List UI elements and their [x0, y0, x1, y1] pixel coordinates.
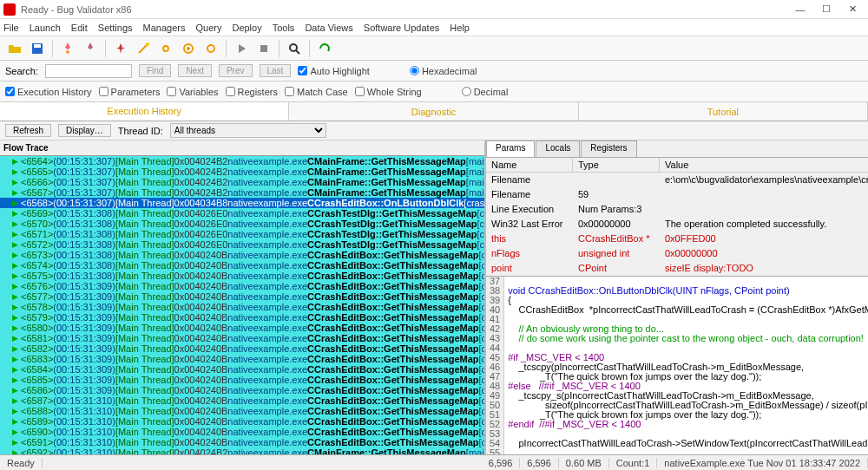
- last-button[interactable]: Last: [260, 64, 292, 77]
- param-row[interactable]: Filenamee:\om\c\bugvalidator\examples\na…: [486, 173, 868, 187]
- vars-check[interactable]: Variables: [167, 87, 218, 97]
- trace-row[interactable]: ▶<6569> (00:15:31:308) [Main Thread] 0x0…: [0, 208, 484, 219]
- col-name[interactable]: Name: [486, 158, 573, 172]
- trace-row[interactable]: ▶<6579> (00:15:31:309) [Main Thread] 0x0…: [0, 312, 484, 323]
- svg-rect-7: [260, 45, 267, 52]
- whole-string-check[interactable]: Whole String: [355, 87, 422, 97]
- param-row[interactable]: Filename59: [486, 187, 868, 202]
- menu-launch[interactable]: Launch: [30, 23, 61, 33]
- menu-edit[interactable]: Edit: [71, 23, 88, 33]
- trace-row[interactable]: ▶<6587> (00:15:31:310) [Main Thread] 0x0…: [0, 395, 484, 406]
- trace-row[interactable]: ▶<6572> (00:15:31:308) [Main Thread] 0x0…: [0, 239, 484, 250]
- pin-icon[interactable]: [111, 39, 130, 58]
- next-button[interactable]: Next: [178, 64, 212, 77]
- trace-row[interactable]: ▶<6567> (00:15:31:307) [Main Thread] 0x0…: [0, 187, 484, 198]
- trace-row[interactable]: ▶<6573> (00:15:31:308) [Main Thread] 0x0…: [0, 250, 484, 260]
- trace-row[interactable]: ▶<6583> (00:15:31:309) [Main Thread] 0x0…: [0, 354, 484, 364]
- param-row[interactable]: nFlagsunsigned int0x00000000: [486, 246, 868, 261]
- trace-row[interactable]: ▶<6571> (00:15:31:308) [Main Thread] 0x0…: [0, 229, 484, 239]
- trace-row[interactable]: ▶<6580> (00:15:31:309) [Main Thread] 0x0…: [0, 323, 484, 333]
- trace-row[interactable]: ▶<6564> (00:15:31:307) [Main Thread] 0x0…: [0, 156, 484, 166]
- match-case-check[interactable]: Match Case: [285, 87, 348, 97]
- search-input[interactable]: [45, 64, 132, 78]
- target-icon[interactable]: [179, 39, 198, 58]
- refresh-button[interactable]: Refresh: [5, 124, 51, 137]
- trace-row[interactable]: ▶<6570> (00:15:31:308) [Main Thread] 0x0…: [0, 219, 484, 229]
- param-row[interactable]: Line ExecutionNum Params:3: [486, 202, 868, 217]
- stop-icon[interactable]: [254, 39, 273, 58]
- trace-row[interactable]: ▶<6586> (00:15:31:309) [Main Thread] 0x0…: [0, 385, 484, 395]
- trace-row[interactable]: ▶<6585> (00:15:31:309) [Main Thread] 0x0…: [0, 375, 484, 385]
- tab-diagnostic[interactable]: Diagnostic: [289, 102, 578, 121]
- menu-settings[interactable]: Settings: [98, 23, 133, 33]
- rocket2-icon[interactable]: [81, 39, 100, 58]
- param-tab-registers[interactable]: Registers: [581, 140, 636, 157]
- trace-row[interactable]: ▶<6566> (00:15:31:307) [Main Thread] 0x0…: [0, 177, 484, 187]
- refresh-icon[interactable]: [315, 39, 334, 58]
- exec-history-check[interactable]: Execution History: [5, 87, 92, 97]
- find-button[interactable]: Find: [139, 64, 171, 77]
- menu-tools[interactable]: Tools: [273, 23, 295, 33]
- open-icon[interactable]: [5, 39, 24, 58]
- regs-check[interactable]: Registers: [226, 87, 278, 97]
- trace-row[interactable]: ▶<6565> (00:15:31:307) [Main Thread] 0x0…: [0, 166, 484, 177]
- trace-row[interactable]: ▶<6589> (00:15:31:310) [Main Thread] 0x0…: [0, 416, 484, 427]
- menu-file[interactable]: File: [3, 23, 19, 33]
- param-row[interactable]: Win32 Last Error0x00000000The operation …: [486, 217, 868, 232]
- svg-point-2: [66, 50, 69, 54]
- col-value[interactable]: Value: [660, 158, 868, 172]
- maximize-button[interactable]: ☐: [814, 2, 838, 17]
- menu-deploy[interactable]: Deploy: [232, 23, 261, 33]
- statusbar: Ready 6,596 6,596 0.60 MB Count:1 native…: [0, 454, 868, 470]
- trace-row[interactable]: ▶<6575> (00:15:31:308) [Main Thread] 0x0…: [0, 271, 484, 281]
- trace-row[interactable]: ▶<6592> (00:15:31:310) [Main Thread] 0x0…: [0, 447, 484, 454]
- menu-data-views[interactable]: Data Views: [305, 23, 352, 33]
- trace-row[interactable]: ▶<6578> (00:15:31:309) [Main Thread] 0x0…: [0, 302, 484, 312]
- rocket-icon[interactable]: [58, 39, 77, 58]
- trace-row[interactable]: ▶<6591> (00:15:31:310) [Main Thread] 0x0…: [0, 437, 484, 447]
- trace-row[interactable]: ▶<6568> (00:15:31:307) [Main Thread] 0x0…: [0, 198, 484, 208]
- prev-button[interactable]: Prev: [219, 64, 253, 77]
- trace-row[interactable]: ▶<6577> (00:15:31:309) [Main Thread] 0x0…: [0, 291, 484, 302]
- trace-row[interactable]: ▶<6581> (00:15:31:309) [Main Thread] 0x0…: [0, 333, 484, 343]
- tab-execution-history[interactable]: Execution History: [0, 102, 289, 121]
- minimize-button[interactable]: —: [788, 2, 812, 17]
- dec-radio[interactable]: Decimal: [462, 87, 509, 97]
- thread-select[interactable]: All threads: [170, 123, 326, 138]
- status-ready: Ready: [0, 458, 43, 468]
- wand-icon[interactable]: [134, 39, 153, 58]
- param-grid: Name Type Value Filenamee:\om\c\bugvalid…: [486, 158, 868, 277]
- trace-row[interactable]: ▶<6574> (00:15:31:308) [Main Thread] 0x0…: [0, 260, 484, 271]
- play-icon[interactable]: [232, 39, 251, 58]
- param-tab-params[interactable]: Params: [486, 140, 535, 157]
- col-type[interactable]: Type: [573, 158, 660, 172]
- code-line: // do some work using the pointer cast t…: [504, 334, 868, 343]
- menu-help[interactable]: Help: [450, 23, 470, 33]
- status-c1: 6,596: [482, 458, 521, 468]
- trace-row[interactable]: ▶<6584> (00:15:31:309) [Main Thread] 0x0…: [0, 364, 484, 375]
- flow-trace-list[interactable]: ▶<6564> (00:15:31:307) [Main Thread] 0x0…: [0, 156, 484, 454]
- trace-row[interactable]: ▶<6590> (00:15:31:310) [Main Thread] 0x0…: [0, 427, 484, 437]
- menu-managers[interactable]: Managers: [143, 23, 186, 33]
- save-icon[interactable]: [28, 39, 47, 58]
- zoom-icon[interactable]: [285, 39, 304, 58]
- menu-query[interactable]: Query: [195, 23, 221, 33]
- searchbar: Search: Find Next Prev Last Auto Highlig…: [0, 61, 868, 82]
- gear-icon[interactable]: [201, 39, 220, 58]
- trace-row[interactable]: ▶<6582> (00:15:31:309) [Main Thread] 0x0…: [0, 343, 484, 354]
- menu-software-updates[interactable]: Software Updates: [364, 23, 439, 33]
- trace-row[interactable]: ▶<6588> (00:15:31:310) [Main Thread] 0x0…: [0, 406, 484, 416]
- display-button[interactable]: Display…: [58, 124, 111, 137]
- source-view[interactable]: 3738394041424344454647484950515253545556…: [486, 277, 868, 454]
- trace-row[interactable]: ▶<6576> (00:15:31:309) [Main Thread] 0x0…: [0, 281, 484, 291]
- close-button[interactable]: ✕: [840, 2, 865, 17]
- param-tab-locals[interactable]: Locals: [536, 140, 580, 157]
- param-row[interactable]: pointCPointsizeIE display:TODO: [486, 261, 868, 276]
- tab-tutorial[interactable]: Tutorial: [579, 102, 868, 121]
- hex-radio[interactable]: Hexadecimal: [410, 66, 477, 76]
- link-icon[interactable]: [156, 39, 175, 58]
- params-check[interactable]: Parameters: [99, 87, 161, 97]
- param-row[interactable]: thisCCrashEditBox *0x0FFED00: [486, 232, 868, 246]
- auto-highlight-check[interactable]: Auto Highlight: [298, 66, 370, 76]
- status-count: Count:1: [609, 458, 658, 468]
